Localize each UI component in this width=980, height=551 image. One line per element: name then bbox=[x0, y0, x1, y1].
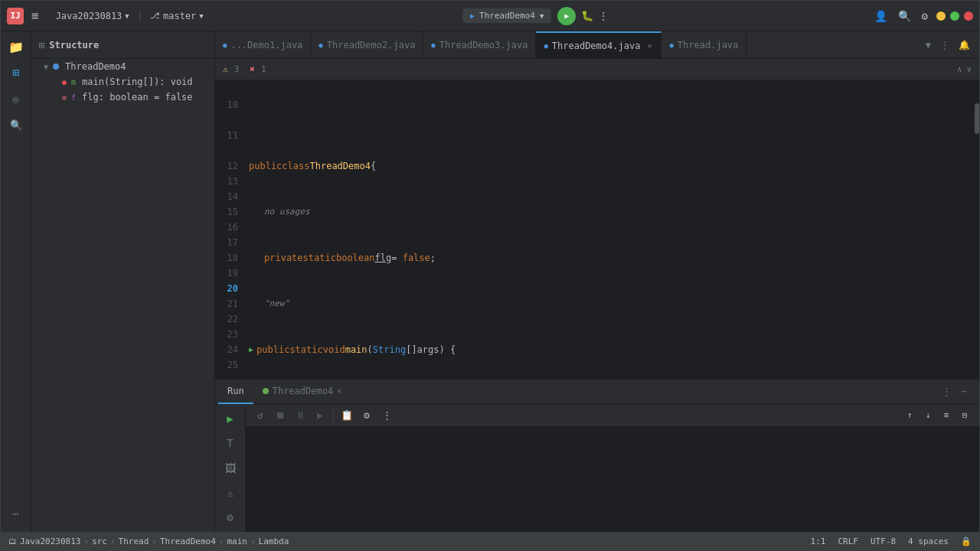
titlebar-center: ▶ ThreadDemo4 ▼ ▶ 🐛 ⋮ bbox=[208, 7, 866, 25]
run-toolbar: ↺ ⏹ ⏸ ▶ 📋 ⚙ ⋮ ↑ ↓ ≡ bbox=[246, 404, 979, 427]
run-output-content bbox=[246, 427, 979, 532]
run-tab-label: Run bbox=[227, 386, 244, 396]
chevron-down-icon-branch: ▼ bbox=[199, 12, 203, 20]
filter-btn[interactable]: ⊟ bbox=[956, 407, 973, 424]
breadcrumb-sep2: › bbox=[110, 536, 116, 546]
code-editor[interactable]: 10 11 12 13 14 15 16 17 18 19 20 21 bbox=[215, 80, 979, 379]
settings-run-btn[interactable]: ⚙ bbox=[358, 407, 375, 424]
tree-root[interactable]: ▼ ThreadDemo4 bbox=[31, 59, 214, 74]
tabs-overflow: ▼ ⋮ 🔔 bbox=[923, 38, 979, 52]
bottom-settings-icon[interactable]: ⚙ bbox=[218, 506, 243, 529]
thread-demo4-tab[interactable]: ThreadDemo4 ✕ bbox=[253, 380, 351, 404]
warnings-chevron-down[interactable]: ∨ bbox=[966, 64, 972, 74]
breadcrumb-sep5: › bbox=[250, 536, 256, 546]
hamburger-menu[interactable]: ≡ bbox=[31, 8, 39, 23]
maximize-button[interactable] bbox=[950, 11, 959, 21]
breadcrumb-class: ThreadDemo4 bbox=[160, 536, 216, 546]
run-tab-close[interactable]: ✕ bbox=[337, 386, 341, 395]
more-run-btn[interactable]: ⋮ bbox=[378, 407, 395, 424]
notifications-icon[interactable]: 🔔 bbox=[956, 38, 973, 52]
code-line bbox=[249, 112, 967, 128]
run-config-tab-label: ThreadDemo4 bbox=[273, 386, 333, 396]
profile-button[interactable]: 👤 bbox=[872, 8, 890, 24]
project-selector[interactable]: Java20230813 ▼ bbox=[51, 8, 134, 24]
code-content[interactable]: public class ThreadDemo4 { no usages pri… bbox=[243, 80, 973, 379]
toolbar-sep1 bbox=[333, 409, 334, 422]
nav-down-btn[interactable]: ↓ bbox=[920, 407, 936, 424]
java-icon-thread: ● bbox=[669, 41, 673, 49]
minimize-button[interactable] bbox=[936, 11, 946, 21]
tab-demo4-active[interactable]: ● ThreadDemo4.java ✕ bbox=[536, 31, 662, 59]
lock-icon[interactable]: 🔒 bbox=[961, 536, 972, 546]
run-config-label: ThreadDemo4 bbox=[479, 11, 535, 21]
tabs-options[interactable]: ⋮ bbox=[937, 38, 952, 52]
titlebar: IJ ≡ Java20230813 ▼ | ⎇ master ▼ ▶ Threa… bbox=[1, 1, 979, 31]
stop-btn[interactable]: ⏹ bbox=[272, 407, 289, 424]
tabs-chevron[interactable]: ▼ bbox=[923, 38, 934, 52]
more-icon[interactable]: ⋯ bbox=[4, 501, 28, 526]
field-icon: f bbox=[71, 93, 76, 102]
indent-settings[interactable]: 4 spaces bbox=[908, 536, 949, 546]
editor-area: ● ...Demo1.java ● ThreadDemo2.java ● Thr… bbox=[215, 31, 979, 379]
java-icon-demo3: ● bbox=[431, 41, 435, 49]
more-run-options[interactable]: ⋮ bbox=[596, 8, 611, 24]
run-button[interactable]: ▶ bbox=[557, 7, 576, 25]
editor-scrollbar[interactable] bbox=[973, 80, 979, 379]
line-ending[interactable]: CRLF bbox=[838, 536, 858, 546]
bottom-options-btn[interactable]: ⋮ bbox=[939, 384, 955, 399]
error-icon: ✖ bbox=[250, 64, 255, 74]
tree-method[interactable]: ● m main(String[]): void bbox=[31, 74, 214, 90]
run-config-dot bbox=[263, 388, 269, 394]
run-config-selector[interactable]: ▶ ThreadDemo4 ▼ bbox=[462, 8, 551, 23]
tab-demo3[interactable]: ● ThreadDemo3.java bbox=[423, 31, 536, 59]
bottom-panel: Run ThreadDemo4 ✕ ⋮ − bbox=[215, 379, 979, 532]
window-controls bbox=[936, 11, 973, 21]
close-button[interactable] bbox=[964, 11, 973, 21]
chevron-down-icon-run: ▼ bbox=[540, 12, 544, 20]
align-left-btn[interactable]: ≡ bbox=[938, 407, 955, 424]
run-output: ↺ ⏹ ⏸ ▶ 📋 ⚙ ⋮ ↑ ↓ ≡ bbox=[246, 404, 979, 532]
warning-icon: ⚠ bbox=[223, 64, 228, 74]
pause-btn[interactable]: ⏸ bbox=[292, 407, 309, 424]
structure-icon[interactable]: ⊞ bbox=[4, 60, 28, 85]
bottom-image-icon[interactable]: 🖼 bbox=[218, 456, 243, 479]
encoding[interactable]: UTF-8 bbox=[871, 536, 896, 546]
tab-close-demo4[interactable]: ✕ bbox=[645, 41, 653, 51]
search-button[interactable]: 🔍 bbox=[896, 8, 913, 24]
settings-button[interactable]: ⚙ bbox=[920, 8, 930, 24]
tabs-bar: ● ...Demo1.java ● ThreadDemo2.java ● Thr… bbox=[215, 31, 979, 59]
bottom-minimize-btn[interactable]: − bbox=[958, 384, 970, 399]
branch-selector[interactable]: ⎇ master ▼ bbox=[145, 8, 208, 24]
tab-label-demo4: ThreadDemo4.java bbox=[552, 41, 641, 51]
tree-field[interactable]: ⊗ f flg: boolean = false bbox=[31, 90, 214, 105]
tab-demo1[interactable]: ● ...Demo1.java bbox=[215, 31, 311, 59]
tab-thread[interactable]: ● Thread.java bbox=[662, 31, 746, 59]
scrollbar-thumb bbox=[975, 103, 979, 134]
code-line-12: ▶ public static void main(String[] args)… bbox=[249, 342, 967, 357]
find-icon[interactable]: 🔍 bbox=[4, 112, 28, 137]
debug-button[interactable]: 🐛 bbox=[579, 8, 596, 24]
breadcrumb-thread: Thread bbox=[119, 536, 149, 546]
nav-up-btn[interactable]: ↑ bbox=[901, 407, 918, 424]
warnings-chevron-up[interactable]: ∧ bbox=[957, 64, 962, 74]
breadcrumb-src: src bbox=[92, 536, 107, 546]
class-dot-icon bbox=[53, 64, 59, 70]
dump-btn[interactable]: 📋 bbox=[338, 407, 355, 424]
warning-count: 3 bbox=[234, 64, 240, 74]
statusbar-right: 1:1 CRLF UTF-8 4 spaces 🔒 bbox=[811, 536, 972, 546]
bottom-warning-icon[interactable]: ⚠ bbox=[218, 481, 243, 504]
panel-title: Structure bbox=[49, 40, 99, 51]
restart-btn[interactable]: ↺ bbox=[252, 407, 269, 424]
cursor-position[interactable]: 1:1 bbox=[811, 536, 826, 546]
branch-name-label: master bbox=[163, 11, 196, 21]
bottom-run-icon[interactable]: ▶ bbox=[218, 407, 243, 430]
tab-demo2[interactable]: ● ThreadDemo2.java bbox=[311, 31, 423, 59]
folder-icon[interactable]: 📁 bbox=[4, 34, 28, 59]
tab-label-thread: Thread.java bbox=[678, 40, 738, 51]
breadcrumb[interactable]: 🗂 Java20230813 › src › Thread › ThreadDe… bbox=[8, 536, 289, 546]
run-tab[interactable]: Run bbox=[218, 380, 253, 404]
resume-btn[interactable]: ▶ bbox=[312, 407, 328, 424]
vcs-icon[interactable]: ◎ bbox=[4, 86, 28, 111]
bottom-text-icon[interactable]: T bbox=[218, 432, 243, 455]
statusbar: 🗂 Java20230813 › src › Thread › ThreadDe… bbox=[1, 532, 979, 550]
